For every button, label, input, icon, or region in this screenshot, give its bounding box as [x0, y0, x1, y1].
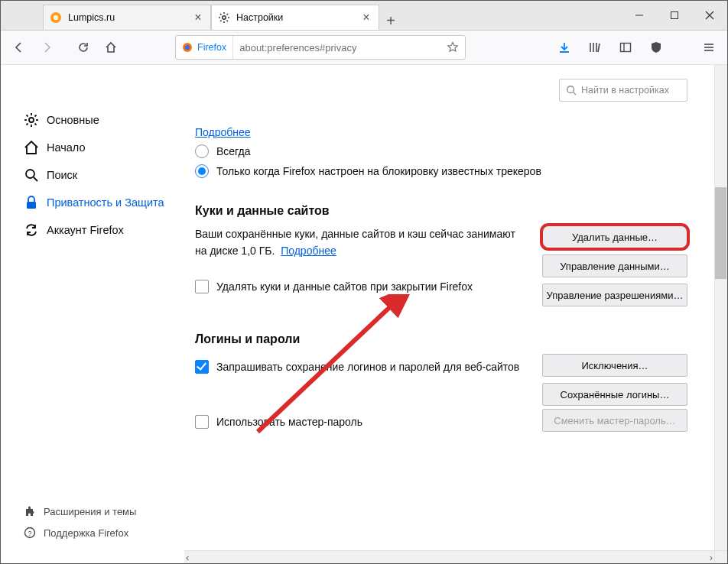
content-area: Подробнее Всегда Только когда Firefox на… — [195, 126, 687, 435]
search-placeholder: Найти в настройках — [581, 85, 669, 96]
url-text: about:preferences#privacy — [233, 42, 442, 53]
sidebar-footer-label: Поддержка Firefox — [44, 527, 128, 539]
svg-line-28 — [35, 124, 37, 125]
lock-icon — [24, 195, 39, 210]
sidebar-item-label: Начало — [47, 141, 86, 154]
cookies-learn-more-link[interactable]: Подробнее — [281, 245, 336, 257]
learn-more-link[interactable]: Подробнее — [195, 126, 251, 138]
forward-button[interactable] — [34, 35, 59, 60]
tab-settings[interactable]: Настройки × — [211, 5, 379, 30]
svg-point-22 — [29, 118, 34, 122]
cookies-buttons: Удалить данные… Управление данными… Упра… — [542, 225, 687, 306]
sidebar-item-account[interactable]: Аккаунт Firefox — [1, 216, 184, 244]
close-tab-icon[interactable]: × — [360, 11, 372, 24]
use-master-row[interactable]: Использовать мастер-пароль — [195, 415, 362, 429]
svg-line-27 — [27, 115, 28, 117]
window-controls — [622, 1, 727, 30]
exceptions-button[interactable]: Исключения… — [542, 354, 687, 377]
svg-point-31 — [26, 170, 34, 178]
identity-box[interactable]: Firefox — [177, 36, 233, 59]
checkbox-icon[interactable] — [195, 360, 209, 374]
horizontal-scrollbar[interactable]: ‹ › — [184, 550, 714, 563]
settings-search-input[interactable]: Найти в настройках — [559, 79, 687, 102]
sidebar-item-general[interactable]: Основные — [1, 106, 184, 134]
gear-icon — [24, 112, 39, 128]
saved-logins-button[interactable]: Сохранённые логины… — [542, 383, 687, 406]
radio-label: Только когда Firefox настроен на блокиро… — [216, 165, 541, 177]
logins-row2: Использовать мастер-пароль Сменить масте… — [195, 409, 687, 435]
tab-label: Lumpics.ru — [68, 12, 186, 23]
svg-point-2 — [223, 16, 226, 19]
logins-buttons-2: Сменить мастер-пароль… — [542, 409, 687, 432]
change-master-button[interactable]: Сменить мастер-пароль… — [542, 409, 687, 432]
svg-line-37 — [574, 92, 577, 96]
scroll-left-icon[interactable]: ‹ — [186, 552, 189, 563]
shield-icon[interactable] — [645, 35, 668, 60]
manage-permissions-button[interactable]: Управление разрешениями… — [542, 284, 687, 306]
ask-save-row[interactable]: Запрашивать сохранение логинов и паролей… — [195, 360, 519, 374]
svg-line-32 — [34, 177, 37, 181]
home-button[interactable] — [99, 35, 123, 60]
firefox-window: Lumpics.ru × Настройки × + — [0, 0, 728, 564]
vertical-scrollbar[interactable] — [714, 65, 727, 550]
clear-data-button[interactable]: Удалить данные… — [542, 225, 687, 248]
delete-on-close-row[interactable]: Удалять куки и данные сайтов при закрыти… — [195, 280, 527, 293]
svg-rect-33 — [27, 202, 36, 209]
downloads-button[interactable] — [553, 35, 576, 60]
sidebar-item-label: Приватность и Защита — [47, 196, 164, 209]
url-bar[interactable]: Firefox about:preferences#privacy — [175, 35, 466, 60]
svg-text:?: ? — [28, 530, 31, 537]
help-icon: ? — [24, 527, 36, 539]
tab-lumpics[interactable]: Lumpics.ru × — [43, 5, 211, 30]
maximize-button[interactable] — [657, 1, 692, 30]
settings-page: Основные Начало Поиск Приватность и Защи… — [1, 65, 727, 563]
titlebar: Lumpics.ru × Настройки × + — [1, 1, 727, 31]
logins-buttons-1: Исключения… Сохранённые логины… — [542, 354, 687, 406]
checkbox-label: Запрашивать сохранение логинов и паролей… — [216, 361, 519, 373]
radio-always-row[interactable]: Всегда — [195, 144, 687, 158]
sidebar-item-privacy[interactable]: Приватность и Защита — [1, 189, 184, 216]
toolbar-right — [553, 35, 668, 60]
firefox-icon — [182, 42, 193, 53]
tab-label: Настройки — [236, 12, 354, 23]
svg-line-8 — [227, 21, 229, 22]
manage-data-button[interactable]: Управление данными… — [542, 254, 687, 277]
svg-line-30 — [35, 115, 37, 117]
toolbar: Firefox about:preferences#privacy — [1, 31, 727, 65]
radio-label: Всегда — [216, 145, 251, 157]
sidebar-item-label: Аккаунт Firefox — [47, 224, 124, 236]
cookies-section-title: Куки и данные сайтов — [195, 204, 687, 218]
sync-icon — [24, 222, 39, 238]
checkbox-label: Использовать мастер-пароль — [216, 416, 362, 428]
scroll-right-icon[interactable]: › — [710, 552, 713, 563]
checkbox-icon[interactable] — [195, 280, 209, 293]
disk-usage-value: 1,0 ГБ. — [241, 245, 275, 257]
minimize-button[interactable] — [622, 1, 657, 30]
radio-icon[interactable] — [195, 164, 209, 178]
reload-button[interactable] — [71, 35, 96, 60]
sidebar-item-search[interactable]: Поиск — [1, 161, 184, 189]
new-tab-button[interactable]: + — [379, 12, 402, 30]
checkbox-icon[interactable] — [195, 415, 209, 429]
radio-trackers-row[interactable]: Только когда Firefox настроен на блокиро… — [195, 164, 687, 178]
sidebar-footer-addons[interactable]: Расширения и темы — [1, 501, 184, 522]
hamburger-menu-button[interactable] — [697, 35, 721, 60]
close-window-button[interactable] — [692, 1, 727, 30]
identity-label: Firefox — [197, 42, 226, 53]
sidebar-item-home[interactable]: Начало — [1, 134, 184, 161]
settings-main: Найти в настройках Подробнее Всегда Толь… — [184, 65, 727, 563]
radio-icon[interactable] — [195, 144, 209, 158]
scrollbar-thumb[interactable] — [715, 187, 726, 279]
scrollbar-corner — [714, 550, 727, 563]
sidebar-footer-support[interactable]: ? Поддержка Firefox — [1, 522, 184, 543]
svg-point-1 — [54, 15, 58, 20]
library-button[interactable] — [583, 35, 606, 60]
sidebar-toggle-button[interactable] — [614, 35, 637, 60]
settings-sidebar: Основные Начало Поиск Приватность и Защи… — [1, 65, 184, 563]
home-icon — [24, 140, 39, 155]
bookmark-star-icon[interactable] — [442, 41, 463, 53]
checkbox-label: Удалять куки и данные сайтов при закрыти… — [216, 280, 473, 293]
sidebar-footer-label: Расширения и темы — [44, 506, 136, 517]
back-button[interactable] — [7, 35, 31, 60]
close-tab-icon[interactable]: × — [192, 11, 204, 24]
